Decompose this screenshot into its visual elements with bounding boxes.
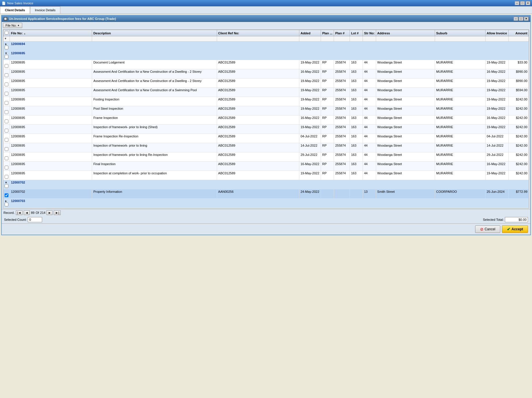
filter-file-no[interactable] bbox=[10, 36, 92, 42]
header-lot-num[interactable]: Lot # bbox=[350, 30, 363, 36]
header-added[interactable]: Added bbox=[299, 30, 321, 36]
header-checkbox[interactable] bbox=[3, 30, 10, 36]
table-row[interactable]: 12000695 Document Lodgement ABC012589 19… bbox=[3, 60, 529, 69]
row-checkbox[interactable] bbox=[5, 193, 8, 197]
header-client-ref[interactable]: Client Ref No: bbox=[217, 30, 299, 36]
filter-added[interactable] bbox=[299, 36, 321, 42]
row-checkbox-cell[interactable] bbox=[3, 162, 10, 171]
row-checkbox-cell[interactable] bbox=[3, 79, 10, 88]
row-checkbox-cell[interactable] bbox=[3, 88, 10, 97]
filter-client-ref[interactable] bbox=[217, 36, 299, 42]
filter-file-no-input[interactable] bbox=[10, 37, 91, 40]
tab-invoice-details[interactable]: Invoice Details bbox=[30, 6, 61, 14]
filter-added-input[interactable] bbox=[300, 37, 320, 40]
table-row[interactable]: 12000695 Assessment And Certification fo… bbox=[3, 88, 529, 97]
filter-lot-num[interactable] bbox=[350, 36, 363, 42]
filter-allow-invoice[interactable] bbox=[486, 36, 509, 42]
header-suburb[interactable]: Suburb bbox=[435, 30, 486, 36]
expand-icon[interactable]: ▼ bbox=[5, 181, 8, 184]
row-checkbox[interactable] bbox=[5, 166, 8, 169]
group-expand-cell[interactable]: ▼ bbox=[3, 180, 10, 189]
tab-client-details[interactable]: Client Details bbox=[0, 6, 30, 14]
row-checkbox[interactable] bbox=[5, 73, 8, 77]
selected-total-input[interactable] bbox=[505, 217, 528, 222]
filter-address[interactable] bbox=[376, 36, 435, 42]
row-checkbox[interactable] bbox=[5, 175, 8, 179]
group-expand-cell[interactable]: ► bbox=[3, 42, 10, 51]
filter-suburb[interactable] bbox=[435, 36, 486, 42]
row-checkbox-cell[interactable] bbox=[3, 115, 10, 125]
table-row[interactable]: 12000695 Inspection at completion of wor… bbox=[3, 171, 529, 180]
file-no-button[interactable]: File No: ▼ bbox=[3, 23, 22, 28]
row-checkbox-cell[interactable] bbox=[3, 69, 10, 79]
group-expand-cell[interactable]: ► bbox=[3, 199, 10, 208]
dialog-maximize[interactable]: □ bbox=[519, 17, 523, 21]
group-row[interactable]: ► 12000694 bbox=[3, 42, 529, 51]
nav-prev-button[interactable]: ◄ bbox=[24, 210, 30, 215]
select-all-checkbox[interactable] bbox=[5, 31, 8, 35]
table-row[interactable]: 12000695 Frame Inspection Re-Inspection … bbox=[3, 134, 529, 143]
filter-amount[interactable] bbox=[509, 36, 529, 42]
row-checkbox-cell[interactable] bbox=[3, 171, 10, 180]
table-row[interactable]: 12000702 Property Information AAN00256 2… bbox=[3, 189, 529, 199]
table-row[interactable]: 12000695 Assessment And Certification fo… bbox=[3, 79, 529, 88]
table-row[interactable]: 12000695 Inspection of framework- prior … bbox=[3, 143, 529, 152]
close-button[interactable]: ✕ bbox=[526, 1, 530, 5]
header-plan-num[interactable]: Plan # bbox=[334, 30, 350, 36]
header-allow-invoice[interactable]: Allow Invoice bbox=[486, 30, 509, 36]
expand-icon[interactable]: ▼ bbox=[5, 52, 8, 55]
row-checkbox[interactable] bbox=[5, 83, 8, 86]
group-row[interactable]: ▼ 12000702 bbox=[3, 180, 529, 189]
group-checkbox[interactable] bbox=[5, 203, 8, 206]
header-str-no[interactable]: Str No: bbox=[363, 30, 376, 36]
nav-first-button[interactable]: |◄ bbox=[16, 210, 23, 215]
nav-last-button[interactable]: ►| bbox=[54, 210, 61, 215]
table-row[interactable]: 12000695 Footing Inspection ABC012589 19… bbox=[3, 97, 529, 106]
group-checkbox[interactable] bbox=[5, 55, 8, 59]
group-checkbox[interactable] bbox=[5, 46, 8, 49]
group-checkbox[interactable] bbox=[5, 184, 8, 188]
row-checkbox[interactable] bbox=[5, 138, 8, 142]
cancel-button[interactable]: ⊘ Cancel bbox=[475, 225, 500, 233]
header-address[interactable]: Address bbox=[376, 30, 435, 36]
table-row[interactable]: 12000695 Final Inspection ABC012589 16-M… bbox=[3, 162, 529, 171]
row-checkbox-cell[interactable] bbox=[3, 189, 10, 199]
data-table-container[interactable]: File No: ▲ Description Client Ref No: Ad… bbox=[3, 29, 529, 208]
filter-str-no[interactable] bbox=[363, 36, 376, 42]
row-checkbox[interactable] bbox=[5, 156, 8, 160]
group-expand-cell[interactable]: ▼ bbox=[3, 51, 10, 60]
dialog-minimize[interactable]: ─ bbox=[514, 17, 518, 21]
row-checkbox[interactable] bbox=[5, 129, 8, 132]
filter-description[interactable] bbox=[92, 36, 217, 42]
row-checkbox[interactable] bbox=[5, 147, 8, 151]
accept-button[interactable]: ✔ Accept bbox=[502, 225, 528, 233]
row-checkbox[interactable] bbox=[5, 119, 8, 123]
row-checkbox[interactable] bbox=[5, 110, 8, 114]
expand-icon[interactable]: ► bbox=[5, 42, 8, 46]
row-checkbox[interactable] bbox=[5, 101, 8, 105]
nav-next-button[interactable]: ► bbox=[46, 210, 53, 215]
row-checkbox-cell[interactable] bbox=[3, 97, 10, 106]
group-row[interactable]: ▼ 12000695 bbox=[3, 51, 529, 60]
table-row[interactable]: 12000695 Pool Steel Inspection ABC012589… bbox=[3, 106, 529, 115]
row-checkbox-cell[interactable] bbox=[3, 143, 10, 152]
dialog-close[interactable]: ✕ bbox=[524, 17, 529, 21]
header-plan-type[interactable]: Plan ... bbox=[321, 30, 334, 36]
row-checkbox[interactable] bbox=[5, 64, 8, 68]
row-checkbox[interactable] bbox=[5, 92, 8, 96]
row-checkbox-cell[interactable] bbox=[3, 60, 10, 69]
row-checkbox-cell[interactable] bbox=[3, 106, 10, 115]
filter-client-ref-input[interactable] bbox=[218, 37, 298, 40]
row-checkbox-cell[interactable] bbox=[3, 152, 10, 162]
header-description[interactable]: Description bbox=[92, 30, 217, 36]
selected-count-input[interactable] bbox=[28, 217, 42, 222]
row-checkbox-cell[interactable] bbox=[3, 134, 10, 143]
row-checkbox-cell[interactable] bbox=[3, 125, 10, 134]
header-file-no[interactable]: File No: ▲ bbox=[10, 30, 92, 36]
header-amount[interactable]: Amount bbox=[509, 30, 529, 36]
maximize-button[interactable]: □ bbox=[520, 1, 525, 5]
table-row[interactable]: 12000695 Frame Inspection ABC012589 16-M… bbox=[3, 115, 529, 125]
filter-plan-type[interactable] bbox=[321, 36, 334, 42]
group-row[interactable]: ► 12000703 bbox=[3, 199, 529, 208]
table-row[interactable]: 12000695 Assessment And Certification fo… bbox=[3, 69, 529, 79]
